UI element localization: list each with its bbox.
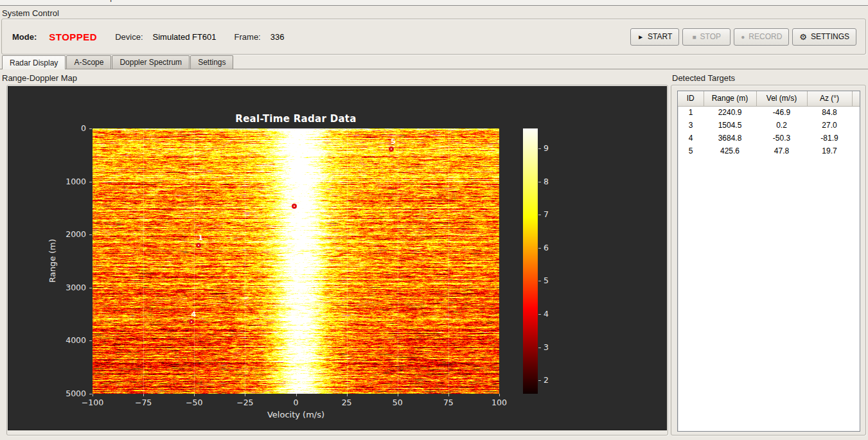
tick-mark [398, 394, 398, 396]
tick-label: 100 [480, 398, 518, 407]
frame-value: 336 [270, 32, 285, 42]
detected-targets-group: ID Range (m) Vel (m/s) Az (°) 1 2240.9 -… [671, 85, 866, 436]
cell-vel: -50.3 [756, 132, 807, 145]
frame-label: Frame: [235, 32, 261, 42]
system-control-title: System Control [2, 8, 59, 18]
target-marker-ring [389, 146, 394, 152]
detected-targets-title: Detected Targets [672, 73, 735, 83]
stop-button[interactable]: ■ STOP [682, 28, 731, 46]
table-row[interactable]: 5 425.6 47.8 19.7 [678, 145, 860, 157]
tick-label: 5000 [42, 389, 86, 398]
tick-label: 25 [328, 398, 366, 407]
tick-mark [245, 394, 245, 396]
tick-label: 2 [544, 375, 563, 385]
record-button[interactable]: ● RECORD [734, 28, 789, 46]
cell-az: 84.8 [807, 106, 852, 119]
table-row[interactable]: 4 3684.8 -50.3 -81.9 [678, 132, 860, 145]
mode-label: Mode: [12, 32, 37, 42]
menu-help[interactable]: Help [92, 0, 121, 3]
cell-id: 5 [678, 145, 704, 157]
cell-range: 425.6 [704, 145, 756, 157]
tick-mark [93, 394, 93, 396]
cell-range: 2240.9 [704, 106, 756, 119]
start-button[interactable]: ► START [630, 28, 679, 46]
tab-a-scope[interactable]: A-Scope [66, 55, 111, 69]
tick-label: 6 [544, 243, 563, 252]
range-doppler-map-title: Range-Doppler Map [2, 73, 77, 83]
device-label: Device: [115, 32, 143, 42]
colorbar [523, 128, 538, 394]
tick-label: −100 [73, 398, 112, 407]
tick-mark [448, 394, 449, 396]
tick-label: 1000 [42, 177, 86, 186]
tick-label: 4 [544, 309, 563, 319]
settings-button-label: SETTINGS [811, 32, 849, 41]
cell-range: 1504.5 [704, 119, 756, 132]
menu-tools[interactable]: Tools [59, 0, 90, 3]
tick-mark [347, 394, 348, 396]
cell-vel: 47.8 [756, 145, 807, 157]
tick-label: 5 [544, 276, 563, 285]
cell-vel: 0.2 [756, 119, 807, 132]
stop-button-label: STOP [700, 32, 721, 41]
tick-mark [538, 281, 541, 281]
tab-bar: Radar Display A-Scope Doppler Spectrum S… [0, 55, 868, 69]
table-row[interactable]: 3 1504.5 0.2 27.0 [678, 119, 860, 132]
tick-mark [296, 394, 297, 396]
heatmap-canvas [93, 128, 499, 394]
tick-mark [538, 215, 541, 215]
mode-value: STOPPED [49, 31, 97, 42]
tick-label: 3000 [42, 283, 86, 292]
menu-view[interactable]: View [28, 0, 57, 3]
tick-mark [538, 380, 541, 381]
target-marker-label: 5 [380, 137, 406, 146]
tick-label: 0 [277, 398, 315, 407]
header-stub [852, 91, 860, 106]
tick-label: 9 [544, 143, 563, 153]
target-marker-label: 3 [283, 195, 309, 203]
tick-mark [538, 314, 541, 315]
header-vel[interactable]: Vel (m/s) [756, 91, 807, 106]
system-control-group: Mode: STOPPED Device: Simulated FT601 Fr… [1, 19, 866, 55]
settings-button[interactable]: ⚙ SETTINGS [792, 28, 856, 46]
header-az[interactable]: Az (°) [807, 91, 852, 106]
tick-mark [499, 394, 500, 396]
menu-file[interactable]: File [0, 0, 25, 3]
target-marker-label: 4 [181, 310, 206, 319]
tick-mark [538, 248, 541, 249]
tick-label: 75 [429, 398, 468, 407]
tick-label: −25 [226, 398, 264, 407]
tab-doppler-spectrum[interactable]: Doppler Spectrum [112, 55, 190, 69]
tick-mark [538, 348, 541, 348]
tick-mark [538, 182, 541, 182]
tick-label: 0 [42, 123, 86, 133]
cell-az: -81.9 [807, 132, 852, 145]
header-range[interactable]: Range (m) [704, 91, 756, 106]
tick-mark [89, 394, 92, 394]
targets-table: ID Range (m) Vel (m/s) Az (°) 1 2240.9 -… [677, 91, 860, 432]
targets-table-header: ID Range (m) Vel (m/s) Az (°) [678, 91, 860, 106]
gear-icon: ⚙ [799, 32, 807, 42]
tick-label: −50 [175, 398, 213, 407]
cell-az: 27.0 [807, 119, 852, 132]
tick-label: −75 [124, 398, 163, 407]
tab-settings[interactable]: Settings [190, 55, 233, 69]
table-row[interactable]: 1 2240.9 -46.9 84.8 [678, 106, 860, 119]
tick-mark [89, 128, 92, 129]
start-button-label: START [648, 32, 672, 41]
tick-label: 7 [544, 209, 563, 219]
plot-title: Real-Time Radar Data [93, 113, 499, 125]
tab-radar-display[interactable]: Radar Display [2, 55, 66, 69]
cell-id: 4 [678, 132, 704, 145]
cell-az: 19.7 [807, 145, 852, 157]
tick-mark [538, 148, 541, 149]
range-doppler-map-group: Real-Time Radar Data Range (m) Velocity … [6, 85, 668, 436]
header-id[interactable]: ID [678, 91, 704, 106]
menu-bar: File View Tools Help [0, 0, 868, 6]
tick-mark [89, 234, 92, 235]
stop-icon: ■ [693, 33, 696, 40]
target-marker-label: 1 [188, 234, 213, 242]
x-axis-label: Velocity (m/s) [93, 410, 499, 419]
range-doppler-plot: Real-Time Radar Data Range (m) Velocity … [8, 86, 667, 430]
record-button-label: RECORD [748, 32, 782, 41]
